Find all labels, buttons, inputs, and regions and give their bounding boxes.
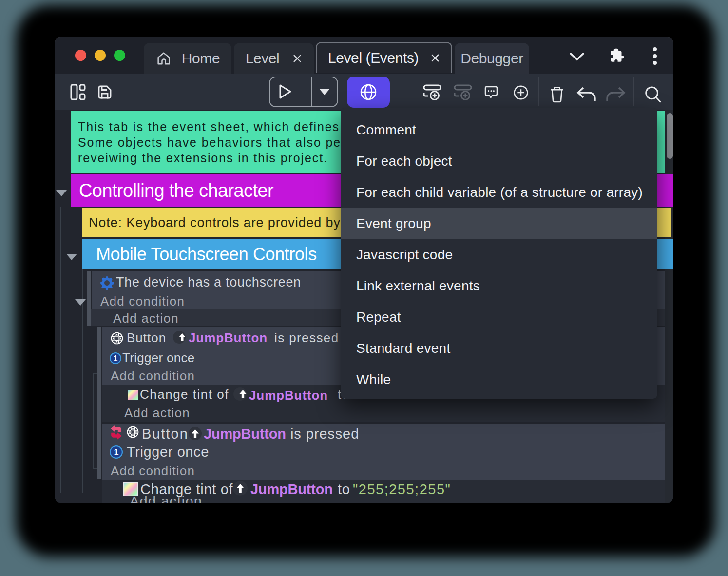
svg-text:1: 1 [114,354,118,363]
svg-text:1: 1 [114,447,118,457]
